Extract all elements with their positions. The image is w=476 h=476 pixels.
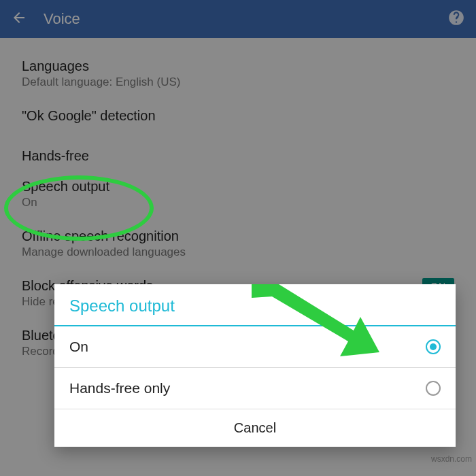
cancel-button[interactable]: Cancel [54, 409, 456, 447]
radio-option-on[interactable]: On [54, 326, 456, 367]
radio-label: Hands-free only [69, 380, 170, 396]
dialog-title: Speech output [54, 284, 456, 325]
radio-label: On [69, 339, 88, 355]
watermark-text: wsxdn.com [431, 454, 472, 464]
settings-screen: Voice Languages Default language: Englis… [0, 0, 476, 476]
radio-unselected-icon [426, 381, 441, 396]
radio-option-hands-free-only[interactable]: Hands-free only [54, 368, 456, 409]
speech-output-dialog: Speech output On Hands-free only Cancel [54, 284, 456, 447]
radio-selected-icon [426, 339, 441, 354]
